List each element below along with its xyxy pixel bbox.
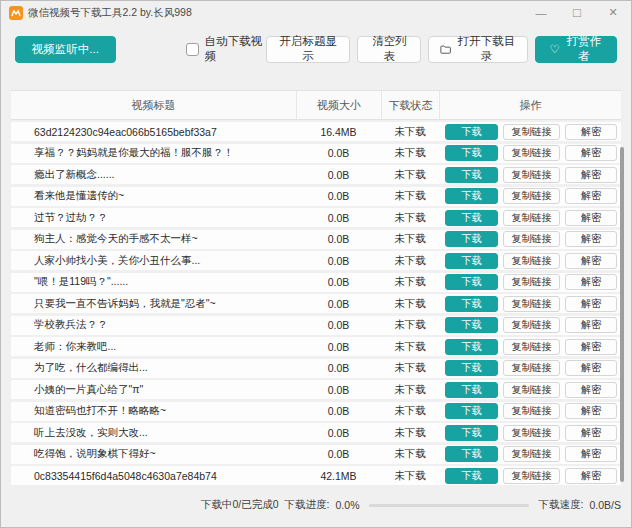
video-title: 吃得饱，说明象棋下得好~ bbox=[11, 447, 296, 461]
table-row: 知道密码也打不开！略略略~ 0.0B 未下载 下载 复制链接 解密 bbox=[11, 402, 621, 421]
auto-download-checkbox[interactable] bbox=[186, 43, 199, 56]
auto-download-label: 自动下载视频 bbox=[205, 34, 266, 64]
download-button[interactable]: 下载 bbox=[445, 339, 498, 355]
download-status: 未下载 bbox=[381, 189, 439, 203]
download-status: 未下载 bbox=[381, 168, 439, 182]
download-status: 未下载 bbox=[381, 232, 439, 246]
download-button[interactable]: 下载 bbox=[445, 210, 498, 226]
video-title: 知道密码也打不开！略略略~ bbox=[11, 404, 296, 418]
speed-label: 下载速度: bbox=[539, 498, 584, 512]
copy-link-button[interactable]: 复制链接 bbox=[503, 296, 560, 312]
video-monitor-button[interactable]: 视频监听中... bbox=[15, 36, 116, 63]
download-button[interactable]: 下载 bbox=[445, 403, 498, 419]
titlebar: 微信视频号下载工具2.2 by.长风998 — □ ✕ bbox=[1, 1, 631, 24]
decrypt-button[interactable]: 解密 bbox=[565, 382, 617, 398]
download-status: 未下载 bbox=[381, 146, 439, 160]
decrypt-button[interactable]: 解密 bbox=[565, 339, 617, 355]
download-button[interactable]: 下载 bbox=[445, 296, 498, 312]
download-button[interactable]: 下载 bbox=[445, 382, 498, 398]
decrypt-button[interactable]: 解密 bbox=[565, 296, 617, 312]
copy-link-button[interactable]: 复制链接 bbox=[503, 446, 560, 462]
copy-link-button[interactable]: 复制链接 bbox=[503, 360, 560, 376]
decrypt-button[interactable]: 解密 bbox=[565, 231, 617, 247]
window-title: 微信视频号下载工具2.2 by.长风998 bbox=[28, 6, 192, 20]
copy-link-button[interactable]: 复制链接 bbox=[503, 167, 560, 183]
video-size: 0.0B bbox=[296, 427, 381, 439]
decrypt-button[interactable]: 解密 bbox=[565, 468, 617, 484]
close-button[interactable]: ✕ bbox=[595, 1, 631, 24]
decrypt-button[interactable]: 解密 bbox=[565, 124, 617, 140]
copy-link-button[interactable]: 复制链接 bbox=[503, 231, 560, 247]
video-size: 0.0B bbox=[296, 405, 381, 417]
copy-link-button[interactable]: 复制链接 bbox=[503, 403, 560, 419]
video-size: 0.0B bbox=[296, 341, 381, 353]
decrypt-button[interactable]: 解密 bbox=[565, 425, 617, 441]
download-button[interactable]: 下载 bbox=[445, 468, 498, 484]
download-status: 未下载 bbox=[381, 254, 439, 268]
table-row: 看来他是懂遗传的~ 0.0B 未下载 下载 复制链接 解密 bbox=[11, 187, 621, 206]
copy-link-button[interactable]: 复制链接 bbox=[503, 253, 560, 269]
copy-link-button[interactable]: 复制链接 bbox=[503, 145, 560, 161]
row-operations: 下载 复制链接 解密 bbox=[439, 468, 621, 484]
donate-author-button[interactable]: ♡ 打赏作者 bbox=[535, 36, 617, 63]
table-row: 为了吃，什么都编得出... 0.0B 未下载 下载 复制链接 解密 bbox=[11, 359, 621, 378]
copy-link-button[interactable]: 复制链接 bbox=[503, 188, 560, 204]
row-operations: 下载 复制链接 解密 bbox=[439, 360, 621, 376]
decrypt-button[interactable]: 解密 bbox=[565, 210, 617, 226]
download-button[interactable]: 下载 bbox=[445, 188, 498, 204]
download-button[interactable]: 下载 bbox=[445, 317, 498, 333]
decrypt-button[interactable]: 解密 bbox=[565, 188, 617, 204]
download-button[interactable]: 下载 bbox=[445, 124, 498, 140]
download-button[interactable]: 下载 bbox=[445, 274, 498, 290]
download-button[interactable]: 下载 bbox=[445, 231, 498, 247]
video-size: 0.0B bbox=[296, 255, 381, 267]
decrypt-button[interactable]: 解密 bbox=[565, 167, 617, 183]
download-button[interactable]: 下载 bbox=[445, 360, 498, 376]
copy-link-button[interactable]: 复制链接 bbox=[503, 210, 560, 226]
copy-link-button[interactable]: 复制链接 bbox=[503, 317, 560, 333]
decrypt-button[interactable]: 解密 bbox=[565, 274, 617, 290]
decrypt-button[interactable]: 解密 bbox=[565, 360, 617, 376]
copy-link-button[interactable]: 复制链接 bbox=[503, 468, 560, 484]
minimize-button[interactable]: — bbox=[523, 1, 559, 24]
copy-link-button[interactable]: 复制链接 bbox=[503, 339, 560, 355]
progress-label: 下载进度: bbox=[285, 498, 330, 512]
decrypt-button[interactable]: 解密 bbox=[565, 145, 617, 161]
video-size: 0.0B bbox=[296, 233, 381, 245]
video-title: 小姨的一片真心给了"π" bbox=[11, 383, 296, 397]
progress-bar bbox=[369, 504, 528, 507]
download-status: 未下载 bbox=[381, 340, 439, 354]
maximize-button[interactable]: □ bbox=[559, 1, 595, 24]
decrypt-button[interactable]: 解密 bbox=[565, 253, 617, 269]
toggle-title-display-button[interactable]: 开启标题显示 bbox=[266, 36, 350, 63]
download-status: 未下载 bbox=[381, 318, 439, 332]
auto-download-option[interactable]: 自动下载视频 bbox=[186, 34, 266, 64]
heart-icon: ♡ bbox=[549, 42, 559, 56]
table-row: 只要我一直不告诉妈妈，我就是"忍者"~ 0.0B 未下载 下载 复制链接 解密 bbox=[11, 294, 621, 313]
decrypt-button[interactable]: 解密 bbox=[565, 446, 617, 462]
download-button[interactable]: 下载 bbox=[445, 446, 498, 462]
video-title: 狗主人：感觉今天的手感不太一样~ bbox=[11, 232, 296, 246]
table-row: 0c83354415f6d4a5048c4630a7e84b74 42.1MB … bbox=[11, 466, 621, 485]
clear-list-button[interactable]: 清空列表 bbox=[357, 36, 421, 63]
download-button[interactable]: 下载 bbox=[445, 167, 498, 183]
copy-link-button[interactable]: 复制链接 bbox=[503, 124, 560, 140]
table-body: 63d2124230c94eac066b5165bebf33a7 16.4MB … bbox=[11, 122, 621, 488]
decrypt-button[interactable]: 解密 bbox=[565, 317, 617, 333]
copy-link-button[interactable]: 复制链接 bbox=[503, 425, 560, 441]
vertical-scrollbar[interactable] bbox=[620, 147, 624, 482]
download-status: 未下载 bbox=[381, 361, 439, 375]
download-button[interactable]: 下载 bbox=[445, 253, 498, 269]
donate-author-label: 打赏作者 bbox=[565, 34, 603, 64]
download-button[interactable]: 下载 bbox=[445, 145, 498, 161]
copy-link-button[interactable]: 复制链接 bbox=[503, 382, 560, 398]
download-button[interactable]: 下载 bbox=[445, 425, 498, 441]
download-status: 未下载 bbox=[381, 404, 439, 418]
open-download-folder-button[interactable]: 打开下载目录 bbox=[428, 36, 528, 63]
copy-link-button[interactable]: 复制链接 bbox=[503, 274, 560, 290]
table-row: 学校教兵法？？ 0.0B 未下载 下载 复制链接 解密 bbox=[11, 316, 621, 335]
decrypt-button[interactable]: 解密 bbox=[565, 403, 617, 419]
table-row: 小姨的一片真心给了"π" 0.0B 未下载 下载 复制链接 解密 bbox=[11, 380, 621, 399]
row-operations: 下载 复制链接 解密 bbox=[439, 231, 621, 247]
header-download-status: 下载状态 bbox=[381, 91, 439, 119]
